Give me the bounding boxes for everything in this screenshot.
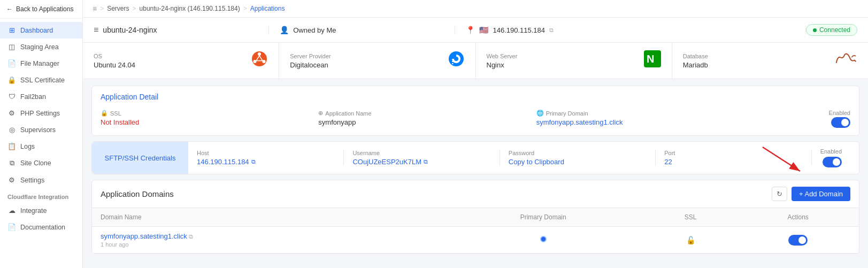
server-name: ubuntu-24-nginx [103, 26, 157, 34]
sidebar-item-filemanager[interactable]: 📄 File Manager [0, 55, 82, 72]
ssl-value: Not Installed [101, 118, 318, 126]
add-domain-button[interactable]: + Add Domain [792, 187, 850, 201]
breadcrumb-server-name[interactable]: ubuntu-24-nginx (146.190.115.184) [140, 5, 240, 12]
application-detail-section: Application Detail 🔒 SSL Not Installed ⊕… [91, 86, 859, 136]
breadcrumb: ≡ > Servers > ubuntu-24-nginx (146.190.1… [83, 0, 868, 18]
enabled-col: Enabled [754, 110, 850, 128]
info-cards: OS Ubuntu 24.04 Server Provider D [83, 43, 868, 79]
copy-username-icon[interactable]: ⧉ [424, 158, 428, 165]
host-label: Host [197, 150, 335, 156]
provider-card: Server Provider Digitalocean [279, 43, 475, 79]
settings-icon: ⚙ [7, 176, 16, 184]
username-value: COujUZeESP2uK7LM ⧉ [352, 158, 490, 166]
ip-block: 📍 🇺🇸 146.190.115.184 ⧉ [455, 26, 805, 34]
dashboard-icon: ⊞ [7, 26, 16, 34]
sidebar-item-settings[interactable]: ⚙ Settings [0, 172, 82, 188]
user-icon: 👤 [280, 26, 289, 34]
host-value: 146.190.115.184 ⧉ [197, 158, 335, 166]
sidebar-item-siteclone[interactable]: ⧉ Site Clone [0, 155, 82, 172]
mariadb-icon [835, 51, 857, 70]
svg-rect-6 [452, 63, 454, 64]
ssl-label: 🔒 SSL [101, 110, 318, 117]
back-label: Back to Applications [16, 5, 73, 13]
ssl-lock-icon: 🔓 [686, 236, 695, 244]
ssl-icon-small: 🔒 [101, 110, 108, 117]
port-value: 22 [664, 158, 802, 166]
svg-rect-5 [452, 61, 454, 62]
nginx-icon: N [644, 50, 661, 71]
copy-ip-icon[interactable]: ⧉ [549, 27, 554, 34]
siteclone-icon: ⧉ [7, 159, 16, 167]
sidebar-item-label: Documentation [20, 224, 65, 231]
sidebar-item-staging[interactable]: ◫ Staging Area [0, 39, 82, 55]
sidebar-item-supervisors[interactable]: ◎ Supervisors [0, 121, 82, 138]
breadcrumb-servers[interactable]: Servers [107, 5, 129, 12]
domain-toggle[interactable] [788, 235, 808, 246]
webserver-value: Nginx [487, 61, 518, 69]
appname-value: symfonyapp [318, 118, 536, 126]
flag-icon: 🇺🇸 [479, 26, 488, 34]
appname-col: ⊕ Application Name symfonyapp [318, 110, 536, 126]
sidebar-item-documentation[interactable]: 📄 Documentation [0, 219, 82, 235]
enabled-label: Enabled [829, 110, 850, 116]
app-detail-row: 🔒 SSL Not Installed ⊕ Application Name s… [92, 105, 859, 135]
app-detail-title: Application Detail [92, 86, 859, 105]
sidebar-item-ssl[interactable]: 🔒 SSL Certificate [0, 72, 82, 88]
owner-block: 👤 Owned by Me [269, 26, 455, 34]
sidebar-item-label: File Manager [20, 60, 59, 67]
sidebar-item-label: Site Clone [20, 159, 51, 167]
domains-header: Application Domains ↻ + Add Domain [92, 180, 859, 208]
sidebar-item-fail2ban[interactable]: 🛡 Fail2ban [0, 88, 82, 105]
sidebar-item-logs[interactable]: 📋 Logs [0, 138, 82, 155]
domains-actions: ↻ + Add Domain [772, 187, 850, 201]
refresh-button[interactable]: ↻ [772, 187, 787, 201]
sidebar-item-label: Logs [20, 143, 35, 150]
back-to-applications[interactable]: ← Back to Applications [0, 0, 82, 19]
os-card: OS Ubuntu 24.04 [83, 43, 279, 79]
sidebar-item-integrate[interactable]: ☁ Integrate [0, 202, 82, 219]
actions-cell [737, 227, 859, 254]
php-icon: ⚙ [7, 109, 16, 117]
username-label: Username [352, 150, 490, 156]
provider-label: Server Provider [290, 53, 331, 59]
database-value: Mariadb [683, 61, 708, 69]
primary-domain-value[interactable]: symfonyapp.satesting1.click [536, 118, 754, 126]
documentation-icon: 📄 [7, 223, 16, 231]
breadcrumb-current: Applications [250, 5, 285, 12]
webserver-label: Web Server [487, 53, 518, 59]
svg-point-4 [449, 51, 464, 66]
digitalocean-icon [448, 50, 465, 71]
sftp-enabled-toggle[interactable] [823, 157, 842, 167]
table-header-row: Domain Name Primary Domain SSL Actions [92, 208, 859, 227]
connected-dot [813, 28, 817, 32]
cloudflare-section-label: Cloudflare Integration [0, 188, 82, 202]
provider-value: Digitalocean [290, 61, 331, 69]
logs-icon: 📋 [7, 142, 16, 150]
col-domain-name: Domain Name [92, 208, 442, 227]
domain-link[interactable]: symfonyapp.satesting1.click [101, 232, 187, 240]
copy-host-icon[interactable]: ⧉ [251, 158, 256, 165]
port-col: Port 22 [656, 150, 811, 166]
sftp-tab[interactable]: SFTP/SSH Credentials [92, 142, 188, 174]
password-label: Password [509, 150, 647, 156]
domain-icon: 🌐 [536, 110, 544, 117]
password-value[interactable]: Copy to Clipboard [509, 158, 647, 166]
primary-domain-cell [442, 227, 643, 254]
port-label: Port [664, 150, 802, 156]
sidebar-item-label: PHP Settings [20, 110, 60, 117]
grid-icon: ≡ [93, 4, 97, 13]
sidebar-item-dashboard[interactable]: ⊞ Dashboard [0, 22, 82, 39]
server-name-block: ≡ ubuntu-24-nginx [94, 25, 269, 35]
ubuntu-icon [251, 50, 268, 71]
supervisors-icon: ◎ [7, 126, 16, 134]
domain-time: 1 hour ago [101, 241, 434, 248]
sftp-content: Host 146.190.115.184 ⧉ Username COujUZeE… [188, 142, 859, 174]
appname-label: ⊕ Application Name [318, 110, 536, 117]
filemanager-icon: 📄 [7, 59, 16, 67]
app-enabled-toggle[interactable] [831, 117, 850, 128]
domain-name-cell: symfonyapp.satesting1.click ⧉ 1 hour ago [92, 227, 442, 254]
sidebar: ← Back to Applications ⊞ Dashboard ◫ Sta… [0, 0, 83, 268]
col-ssl: SSL [644, 208, 737, 227]
database-label: Database [683, 53, 708, 59]
sidebar-item-php[interactable]: ⚙ PHP Settings [0, 105, 82, 121]
